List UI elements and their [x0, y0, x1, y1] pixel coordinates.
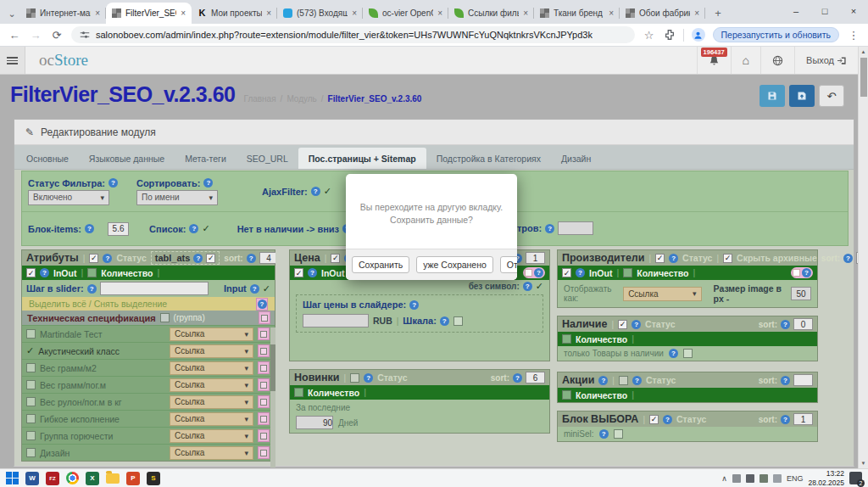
tab-close-icon[interactable]: × — [266, 8, 271, 18]
help-icon[interactable] — [663, 415, 672, 424]
volume-muted-icon[interactable] — [773, 474, 782, 483]
attribute-pink-checkbox[interactable] — [258, 361, 270, 374]
scale-checkbox[interactable] — [453, 316, 463, 326]
help-icon[interactable] — [247, 254, 256, 263]
notifications-bell[interactable]: 196437 — [697, 47, 731, 74]
help-icon[interactable] — [409, 300, 419, 310]
help-icon[interactable] — [364, 373, 373, 383]
attribute-display-select[interactable]: Ссылка — [170, 412, 253, 426]
promotions-sort-input[interactable] — [793, 374, 813, 386]
powerpoint-icon[interactable]: P — [126, 472, 140, 485]
refresh-icon[interactable]: ⟳ — [50, 29, 64, 42]
filezilla-icon[interactable]: FZ — [46, 472, 59, 485]
help-icon[interactable] — [85, 224, 94, 233]
help-icon[interactable] — [843, 254, 853, 263]
tab-close-icon[interactable]: × — [95, 8, 100, 18]
filter-status-select[interactable]: Включено — [28, 190, 109, 205]
inout-checkbox[interactable] — [562, 268, 571, 277]
block-items-input[interactable] — [108, 222, 129, 236]
explorer-icon[interactable] — [106, 473, 120, 484]
input-checkbox[interactable] — [263, 283, 270, 294]
availability-sort-input[interactable] — [793, 318, 813, 330]
quantity-checkbox[interactable] — [87, 268, 97, 277]
tab-dizayn[interactable]: Дизайн — [551, 148, 601, 169]
help-icon[interactable] — [534, 268, 543, 277]
scroll-up-arrow[interactable]: ▲ — [859, 47, 868, 57]
attribute-display-select[interactable]: Ссылка — [170, 344, 253, 358]
attribute-checkbox[interactable] — [26, 397, 36, 406]
group-checkbox[interactable] — [160, 313, 170, 322]
slider-step-input[interactable] — [100, 282, 209, 295]
tab-close-icon[interactable]: × — [181, 8, 186, 18]
help-icon[interactable] — [576, 268, 585, 277]
attributes-sort-input[interactable] — [259, 252, 275, 264]
help-icon[interactable] — [781, 320, 790, 329]
address-bar[interactable]: salonoboev.com/admin/index.php?route=ext… — [71, 26, 635, 43]
help-icon[interactable] — [87, 284, 97, 294]
help-icon[interactable] — [189, 224, 198, 233]
attribute-checkbox[interactable] — [26, 431, 36, 440]
tabl-ats-checkbox[interactable] — [206, 254, 215, 263]
help-icon[interactable] — [632, 320, 641, 329]
price-pink-toggle[interactable] — [523, 267, 545, 278]
sort-by-select[interactable]: По имени — [136, 190, 218, 205]
attribute-checkbox[interactable] — [26, 448, 36, 457]
tab-search-chevron-icon[interactable]: ⌄ — [3, 3, 20, 24]
help-icon[interactable] — [108, 178, 118, 188]
tab-close-icon[interactable]: × — [694, 8, 699, 18]
save-and-exit-button[interactable] — [789, 85, 815, 107]
price-step-input[interactable] — [303, 314, 369, 327]
taskbar-clock[interactable]: 13:22 28.02.2025 — [808, 469, 844, 486]
sharex-icon[interactable]: S — [147, 472, 160, 485]
tab-meta-tegi[interactable]: Мета-теги — [175, 148, 236, 169]
inout-checkbox[interactable] — [26, 268, 36, 277]
help-icon[interactable] — [203, 178, 213, 188]
hide-archived-checkbox[interactable] — [723, 254, 732, 263]
help-icon[interactable] — [250, 284, 259, 294]
parameters-input[interactable] — [558, 221, 593, 235]
help-icon[interactable] — [513, 373, 522, 383]
tab-close-icon[interactable]: × — [609, 8, 614, 18]
select-all-row[interactable]: Выделить всё / Снять выделение — [22, 297, 275, 311]
novelties-status-checkbox[interactable] — [350, 373, 359, 383]
close-button[interactable]: × — [839, 0, 868, 22]
quantity-checkbox[interactable] — [562, 390, 571, 400]
scrollbar-thumb[interactable] — [270, 344, 275, 391]
scroll-down-arrow[interactable]: ▼ — [859, 458, 868, 468]
choice-block-status-checkbox[interactable] — [649, 415, 659, 424]
help-icon[interactable] — [193, 254, 203, 263]
attribute-pink-checkbox[interactable] — [258, 412, 270, 425]
price-status-checkbox[interactable] — [331, 254, 340, 263]
attribute-checkbox[interactable] — [26, 329, 36, 339]
ajax-filter-checkbox[interactable] — [324, 186, 331, 197]
back-icon[interactable]: ← — [8, 29, 21, 42]
browser-menu-icon[interactable]: ⋮ — [847, 29, 860, 42]
tray-expand-icon[interactable]: ∧ — [721, 474, 727, 483]
new-tab-button[interactable]: + — [709, 3, 727, 22]
tray-icon[interactable] — [746, 474, 754, 483]
days-input[interactable] — [296, 416, 333, 429]
save-button[interactable] — [760, 85, 785, 107]
help-icon[interactable] — [781, 376, 790, 385]
attribute-display-select[interactable]: Ссылка — [170, 429, 253, 443]
help-icon[interactable] — [669, 254, 678, 263]
attributes-scrollbar[interactable] — [270, 327, 275, 467]
storefront-button[interactable] — [760, 47, 794, 74]
select-all-help[interactable] — [256, 298, 268, 311]
attribute-pink-checkbox[interactable] — [258, 446, 270, 459]
browser-tab[interactable]: Ткани бренд Тк...× — [534, 3, 620, 24]
help-icon[interactable] — [802, 268, 811, 277]
tray-icon[interactable] — [732, 474, 741, 483]
help-icon[interactable] — [599, 429, 609, 439]
promotions-status-checkbox[interactable] — [619, 376, 628, 385]
tray-icon[interactable] — [760, 474, 768, 483]
browser-tab[interactable]: KМои проекты - ...× — [192, 3, 277, 24]
attribute-checkbox[interactable] — [26, 414, 36, 423]
availability-status-checkbox[interactable] — [618, 320, 627, 329]
minisel-checkbox[interactable] — [614, 429, 623, 439]
novelties-sort-input[interactable] — [526, 372, 545, 383]
excel-icon[interactable]: X — [86, 472, 99, 485]
help-icon[interactable] — [308, 268, 317, 277]
back-to-list-button[interactable]: ↶ — [819, 85, 844, 107]
maximize-button[interactable]: □ — [810, 0, 839, 22]
